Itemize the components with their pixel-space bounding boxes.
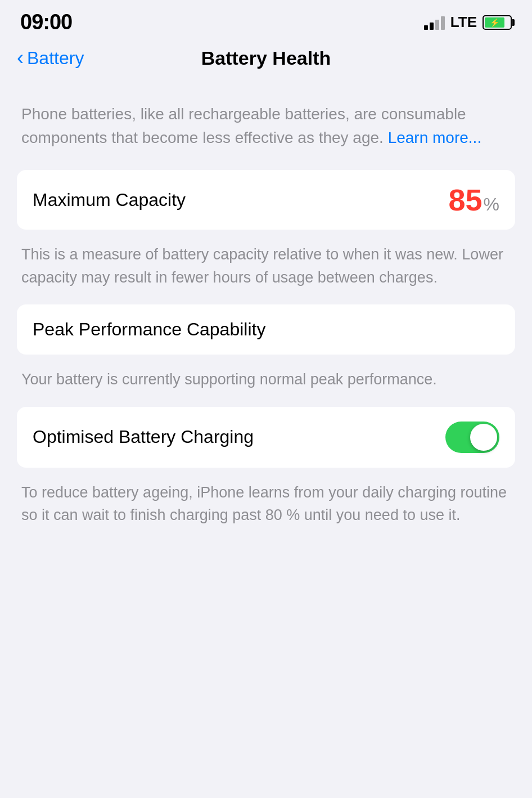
peak-performance-label: Peak Performance Capability [33,319,265,340]
optimised-charging-toggle[interactable] [445,422,499,453]
page-title: Battery Health [201,47,331,69]
signal-bar-3 [435,20,439,30]
capacity-unit: % [484,194,499,215]
status-icons: LTE ⚡ [424,14,512,31]
optimised-charging-card: Optimised Battery Charging [17,407,515,468]
intro-text: Phone batteries, like all rechargeable b… [17,91,515,170]
status-bar: 09:00 LTE ⚡ [0,0,532,40]
battery-shell: ⚡ [483,15,512,30]
back-button-label: Battery [27,48,84,69]
capacity-number: 85 [448,185,482,215]
status-time: 09:00 [20,10,72,34]
battery-bolt-icon: ⚡ [490,19,499,26]
optimised-charging-description: To reduce battery ageing, iPhone learns … [17,473,515,527]
toggle-thumb [470,424,497,451]
maximum-capacity-card: Maximum Capacity 85% [17,170,515,230]
signal-bar-4 [441,16,445,30]
signal-bars-icon [424,15,445,30]
maximum-capacity-label: Maximum Capacity [33,190,186,210]
back-button[interactable]: ‹ Battery [17,48,84,69]
capacity-value-display: 85% [448,185,499,215]
content-area: Phone batteries, like all rechargeable b… [0,80,532,549]
toggle-track[interactable] [445,422,499,453]
nav-header: ‹ Battery Battery Health [0,40,532,80]
chevron-left-icon: ‹ [17,48,24,68]
signal-bar-2 [430,23,434,30]
optimised-charging-row: Optimised Battery Charging [33,422,499,453]
peak-performance-description: Your battery is currently supporting nor… [17,360,515,407]
maximum-capacity-description: This is a measure of battery capacity re… [17,235,515,304]
battery-fill: ⚡ [485,17,504,28]
signal-bar-1 [424,25,428,30]
peak-performance-row: Peak Performance Capability [33,319,499,340]
battery-status-icon: ⚡ [483,15,512,30]
peak-performance-card: Peak Performance Capability [17,304,515,355]
maximum-capacity-row: Maximum Capacity 85% [33,185,499,215]
learn-more-link[interactable]: Learn more... [388,129,482,146]
optimised-charging-label: Optimised Battery Charging [33,427,254,447]
lte-label: LTE [450,14,477,31]
